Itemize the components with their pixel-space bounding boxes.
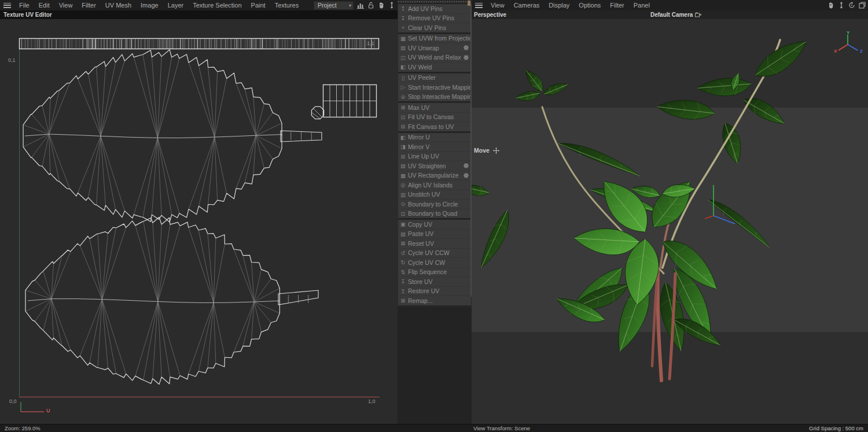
palette-item-store-uv[interactable]: ↧Store UV [398,277,471,287]
palette-item-label: Clear UV Pins [408,24,461,31]
pin-add-icon: ↥ [398,5,408,12]
gear-icon[interactable] [464,173,469,178]
grid-spacing-status: Grid Spacing : 500 cm [809,424,863,432]
palette-item-start-interactive-mapping[interactable]: ▷Start Interactive Mapping [398,83,471,93]
view-menu-cameras[interactable]: Cameras [509,0,545,10]
pan-vertical-icon[interactable] [837,2,845,9]
palette-item-align-uv-islands[interactable]: ◎Align UV Islands [398,180,471,190]
palette-item-uv-straighten[interactable]: ▤UV Straighten [398,161,471,171]
palette-item-label: Fit Canvas to UV [408,123,461,130]
panel-menu-icon[interactable] [3,3,11,8]
lock-icon[interactable] [367,2,374,9]
palette-item-uv-rectangularize[interactable]: ▦UV Rectangularize [398,171,471,181]
palette-item-label: Flip Sequence [408,268,461,275]
palette-item-label: Remap... [408,297,461,304]
menu-filter[interactable]: Filter [77,0,100,10]
palette-item-set-uvw-from-projection[interactable]: ▦Set UVW from Projection [398,34,471,44]
palette-item-label: Paste UV [408,230,461,237]
menu-texture-selection[interactable]: Texture Selection [188,0,246,10]
viewport-3d[interactable]: Move Y X Z [472,19,868,424]
panel-menu-icon[interactable] [475,3,483,8]
menu-layer[interactable]: Layer [163,0,189,10]
menu-textures[interactable]: Textures [270,0,304,10]
palette-grip[interactable] [398,0,472,4]
palette-item-fit-uv-to-canvas[interactable]: ⊡Fit UV to Canvas [398,113,471,123]
palette-item-label: UV Rectangularize [408,172,461,179]
palette-item-uv-peeler[interactable]: ▯UV Peeler [398,73,471,83]
fit-uv-icon: ⊡ [398,114,408,120]
plant-front-leaves [574,42,806,305]
paste-icon: ▤ [398,231,408,237]
application-window: FileEditViewFilterUV MeshImageLayerTextu… [0,0,868,432]
menu-paint[interactable]: Paint [247,0,270,10]
pan-vertical-icon[interactable] [388,2,395,9]
straighten-icon: ▤ [398,163,408,169]
hand-icon[interactable] [827,2,834,9]
gear-icon[interactable] [464,163,469,168]
view-menu-panel[interactable]: Panel [629,0,654,10]
menu-file[interactable]: File [14,0,34,10]
palette-item-boundary-to-circle[interactable]: ⊙Boundary to Circle [398,200,471,209]
boundary-quad-icon: ⊡ [398,211,408,217]
palette-item-remove-uv-pins[interactable]: ↧Remove UV Pins [398,14,471,24]
mint-leaf [755,42,806,76]
palette-item-boundary-to-quad[interactable]: ⊡Boundary to Quad [398,209,471,219]
histogram-icon[interactable] [356,2,364,9]
palette-item-label: Max UV [408,104,461,111]
palette-item-mirror-u[interactable]: ◧Mirror U [398,133,471,143]
palette-item-label: UV Unwrap [408,45,461,51]
palette-item-copy-uv[interactable]: ▣Copy UV [398,220,471,230]
menu-edit[interactable]: Edit [34,0,54,10]
palette-item-max-uv[interactable]: ⊞Max UV [398,103,471,113]
view-menu-display[interactable]: Display [544,0,574,10]
palette-item-cycle-uv-ccw[interactable]: ↺Cycle UV CCW [398,249,471,259]
fit-canvas-icon: ⊟ [398,123,408,130]
maximize-view-icon[interactable] [858,2,866,9]
palette-item-mirror-v[interactable]: ◨Mirror V [398,142,471,152]
view-menu-options[interactable]: Options [574,0,605,10]
remap-icon: ⊞ [398,297,408,304]
palette-item-unstitch-uv[interactable]: ▥Unstitch UV [398,190,471,200]
menu-view[interactable]: View [54,0,78,10]
menu-uv-mesh[interactable]: UV Mesh [101,0,136,10]
menu-image[interactable]: Image [136,0,163,10]
palette-item-uv-weld[interactable]: ◧UV Weld [398,62,471,72]
camera-label: Default Camera [650,10,693,19]
clear-icon: × [398,24,408,31]
palette-item-paste-uv[interactable]: ▤Paste UV [398,230,471,239]
palette-item-line-up-uv[interactable]: ⊟Line Up UV [398,152,471,162]
tool-name: Move [474,147,490,154]
svg-text:X: X [834,49,837,54]
chevron-down-icon: ▾ [349,3,351,8]
svg-text:Y: Y [847,31,850,35]
palette-item-uv-unwrap[interactable]: ▤UV Unwrap [398,43,471,53]
project-dropdown[interactable]: Project ▾ [314,1,354,10]
view-menu-filter[interactable]: Filter [605,0,628,10]
view-menu-view[interactable]: View [486,0,509,10]
hand-icon[interactable] [377,2,385,9]
gear-icon[interactable] [464,55,469,60]
palette-item-clear-uv-pins[interactable]: ×Clear UV Pins [398,23,471,32]
axis-gizmo: Y X Z [832,31,865,57]
palette-item-restore-uv[interactable]: ↥Restore UV [398,287,471,297]
camera-selector[interactable]: Default Camera [650,10,701,19]
gear-icon[interactable] [464,45,469,50]
uv-command-palette: ↥Add UV Pins↧Remove UV Pins×Clear UV Pin… [398,0,472,424]
mint-leaf [708,200,770,248]
uv-canvas[interactable]: 0,1 1,1 0,0 1,0 U [0,19,398,424]
weld-relax-icon: ◫ [398,54,408,61]
rotate-view-icon[interactable] [848,2,855,9]
uv-u-axis-label: U [46,408,50,413]
palette-item-stop-interactive-mapping[interactable]: ⊘Stop Interactive Mapping [398,93,471,102]
palette-group: ↥Add UV Pins↧Remove UV Pins×Clear UV Pin… [398,4,471,34]
palette-item-uv-weld-and-relax[interactable]: ◫UV Weld and Relax [398,53,471,63]
palette-item-cycle-uv-cw[interactable]: ↻Cycle UV CW [398,258,471,268]
palette-item-label: Cycle UV CCW [408,249,461,256]
palette-item-label: Unstitch UV [408,191,461,198]
palette-item-reset-uv[interactable]: ⊠Reset UV [398,239,471,249]
palette-item-remap[interactable]: ⊞Remap... [398,296,471,305]
palette-item-add-uv-pins[interactable]: ↥Add UV Pins [398,4,471,14]
mint-plant-model[interactable] [472,19,868,424]
palette-item-fit-canvas-to-uv[interactable]: ⊟Fit Canvas to UV [398,122,471,131]
palette-item-flip-sequence[interactable]: ⇅Flip Sequence [398,268,471,278]
